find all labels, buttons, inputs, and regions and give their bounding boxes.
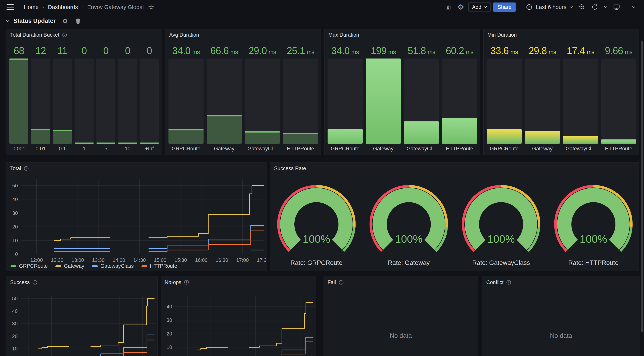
time-series-chart[interactable]: 1020304050 <box>6 276 158 356</box>
panel-header: Total <box>6 162 267 174</box>
panel-header: Max Duration <box>324 29 480 41</box>
bar-label: GatewayCl... <box>404 144 439 153</box>
info-icon[interactable] <box>339 280 344 285</box>
info-icon[interactable] <box>506 280 511 285</box>
y-tick-label: 30 <box>166 317 172 323</box>
bar-track <box>404 59 439 144</box>
panel-title[interactable]: Total Duration Bucket <box>10 32 60 38</box>
bar-track <box>140 59 159 144</box>
bar-label: GatewayCl... <box>563 144 598 153</box>
tv-mode-icon[interactable] <box>612 2 622 12</box>
panel-title[interactable]: Max Duration <box>328 32 359 38</box>
info-icon[interactable] <box>62 33 67 38</box>
series-line-Gateway <box>197 303 313 350</box>
info-icon[interactable] <box>32 280 38 285</box>
panel-title[interactable]: Success Rate <box>274 166 306 171</box>
panel-header: Avg Duration <box>166 29 321 41</box>
info-icon[interactable] <box>184 280 189 285</box>
bar-fill <box>563 136 598 144</box>
panel-title[interactable]: Min Duration <box>488 32 517 38</box>
chevron-down-icon <box>484 6 487 8</box>
x-tick-label: 13:00 <box>72 257 84 263</box>
legend-item-GatewayClass[interactable]: GatewayClass <box>92 263 134 269</box>
bar-value: 199ms <box>366 45 401 57</box>
bar-column: 51.8msGatewayCl... <box>404 45 439 153</box>
y-tick-label: 10 <box>166 344 172 350</box>
info-icon[interactable] <box>24 166 29 171</box>
row-header-status-updater[interactable]: Status Updater ⚙ <box>6 16 81 26</box>
bar-fill <box>118 143 137 144</box>
panel-title[interactable]: Avg Duration <box>169 32 199 38</box>
row-title[interactable]: Status Updater <box>14 18 56 24</box>
panel-total: Total12:0012:3013:0013:3014:0014:3015:00… <box>6 162 267 271</box>
series-line-HTTPRoute <box>249 342 313 356</box>
gauge-rate-gateway: 100%Rate: Gateway <box>371 186 447 266</box>
time-series-chart[interactable]: 12:0012:3013:0013:3014:0014:3015:0015:30… <box>6 162 267 271</box>
nav-collapse-chevron-icon[interactable] <box>630 2 637 12</box>
bar-gauge-body: 33.6msGRPCRoute29.8msGateway17.4msGatewa… <box>487 45 636 153</box>
share-button-label: Share <box>498 4 511 10</box>
bar-value: 29.8ms <box>525 45 560 57</box>
row-settings-gear-icon[interactable]: ⚙ <box>62 18 68 24</box>
bar-track <box>96 59 116 144</box>
refresh-icon[interactable] <box>590 2 600 12</box>
bar-track <box>366 59 401 144</box>
y-tick-label: 50 <box>12 183 18 189</box>
share-button[interactable]: Share <box>493 3 516 12</box>
bar-fill <box>366 59 401 144</box>
bar-column: 29.8msGateway <box>525 45 560 153</box>
panel-header: Total Duration Bucket <box>6 29 162 41</box>
no-data-message: No data <box>482 332 640 339</box>
bar-fill-cap <box>31 129 50 130</box>
breadcrumb-home[interactable]: Home <box>24 4 38 10</box>
bar-column: 60.2msHTTPRoute <box>442 45 477 153</box>
panel-noops: No-ops10203040 <box>160 276 316 356</box>
dashboard-settings-icon[interactable]: ⚙ <box>456 2 466 12</box>
breadcrumb-separator: › <box>42 4 44 10</box>
x-tick-label: 15:30 <box>174 257 187 263</box>
y-tick-label: 20 <box>166 331 172 337</box>
vertical-scrollbar-thumb[interactable] <box>641 41 644 332</box>
bar-label: Gateway <box>206 144 242 153</box>
bar-fill <box>74 143 94 144</box>
bar-fill <box>168 129 204 144</box>
bar-track <box>563 59 598 144</box>
breadcrumb-dashboards[interactable]: Dashboards <box>48 4 78 10</box>
menu-toggle-icon[interactable] <box>6 5 14 10</box>
legend-item-GRPCRoute[interactable]: GRPCRoute <box>10 263 48 269</box>
legend-item-HTTPRoute[interactable]: HTTPRoute <box>142 263 177 269</box>
zoom-out-time-icon[interactable] <box>577 2 587 12</box>
bar-value: 51.8ms <box>404 45 439 57</box>
legend-label: HTTPRoute <box>150 263 177 269</box>
legend-label: GRPCRoute <box>19 263 48 269</box>
gauge-label: Rate: Gateway <box>388 259 430 266</box>
panel-rate: Success Rate100%Rate: GRPCRoute100%Rate:… <box>270 162 640 271</box>
bar-label: 1 <box>74 144 94 153</box>
x-tick-label: 17:00 <box>236 257 249 263</box>
bar-fill-cap <box>206 115 242 116</box>
bar-column: 199msGateway <box>366 45 401 153</box>
add-button[interactable]: Add <box>468 3 491 12</box>
row-collapse-chevron-icon[interactable] <box>6 20 10 22</box>
bar-column: 29.0msGatewayCl... <box>245 45 280 153</box>
panel-title[interactable]: No-ops <box>165 279 181 285</box>
bar-value: 0 <box>74 45 94 57</box>
bar-label: GRPCRoute <box>168 144 204 153</box>
row-delete-trash-icon[interactable] <box>75 18 81 24</box>
legend-swatch <box>56 265 61 267</box>
panel-title[interactable]: Success <box>10 279 30 285</box>
bar-track <box>74 59 94 144</box>
time-range-picker[interactable]: Last 6 hours <box>524 4 574 11</box>
panel-title[interactable]: Conflict <box>486 279 504 285</box>
time-series-chart[interactable]: 10203040 <box>161 276 316 356</box>
refresh-interval-dropdown-icon[interactable] <box>602 2 609 12</box>
nav-actions: ⚙ Add Share Last 6 hours <box>443 2 644 12</box>
legend-item-Gateway[interactable]: Gateway <box>56 263 84 269</box>
panel-title[interactable]: Total <box>10 166 21 171</box>
panel-title[interactable]: Fail <box>328 279 336 285</box>
favorite-star-icon[interactable]: ☆ <box>148 4 154 11</box>
bar-track <box>283 59 318 144</box>
save-dashboard-icon[interactable] <box>443 2 453 12</box>
bar-label: HTTPRoute <box>601 144 636 153</box>
add-button-label: Add <box>472 4 481 10</box>
